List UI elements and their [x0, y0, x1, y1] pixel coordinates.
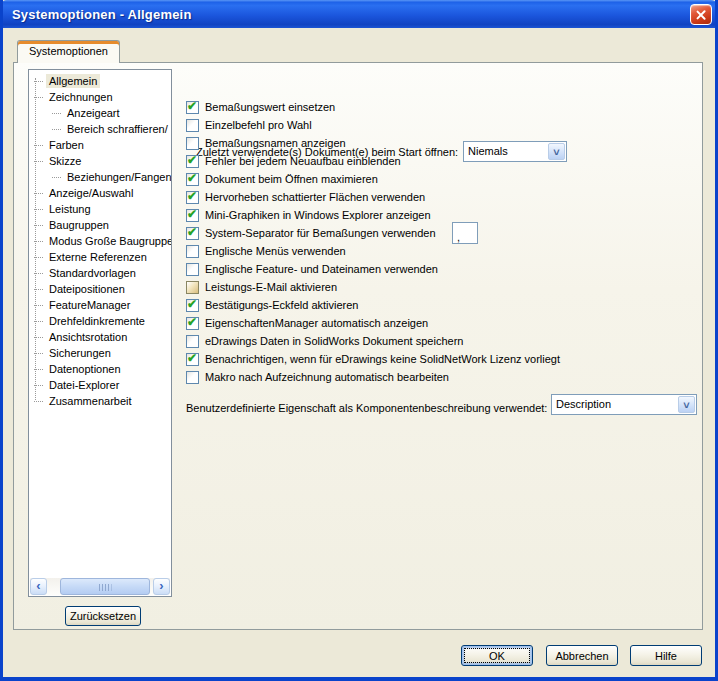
- tree-item[interactable]: Externe Referenzen: [32, 249, 170, 265]
- check-icon: ✔: [187, 171, 197, 185]
- checkbox-row[interactable]: ✔Dokument beim Öffnen maximieren: [186, 170, 560, 188]
- tree-item[interactable]: Sicherungen: [32, 345, 170, 361]
- tree-item[interactable]: Farben: [32, 137, 170, 153]
- checkbox-row[interactable]: ✔Bestätigungs-Eckfeld aktivieren: [186, 296, 560, 314]
- checkbox[interactable]: [186, 281, 199, 294]
- check-icon: ✔: [187, 297, 197, 311]
- checkbox[interactable]: ✔: [186, 299, 199, 312]
- tree-item[interactable]: Skizze: [32, 153, 170, 169]
- scroll-right-button[interactable]: ›: [153, 578, 170, 595]
- checkbox[interactable]: [186, 263, 199, 276]
- tree-item[interactable]: Drehfeldinkremente: [32, 313, 170, 329]
- tree-item-label: Anzeigeart: [64, 106, 123, 120]
- ok-button[interactable]: OK: [461, 645, 533, 666]
- checkbox[interactable]: ✔: [186, 155, 199, 168]
- checkbox[interactable]: ✔: [186, 101, 199, 114]
- check-icon: ✔: [187, 207, 197, 221]
- tree-item[interactable]: Zeichnungen: [32, 89, 170, 105]
- checkbox-row[interactable]: ✔System-Separator für Bemaßungen verwend…: [186, 224, 560, 242]
- scrollbar-track[interactable]: [47, 578, 153, 595]
- combo-drop-button[interactable]: ˅: [678, 396, 695, 413]
- tree-item-label: Modus Große Baugruppe: [46, 234, 172, 248]
- checkbox-label: Leistungs-E-Mail aktivieren: [205, 281, 337, 293]
- checkbox-label: Bestätigungs-Eckfeld aktivieren: [205, 299, 358, 311]
- checkbox-label: Benachrichtigen, wenn für eDrawings kein…: [205, 353, 560, 365]
- check-icon: ✔: [187, 315, 197, 329]
- tree-item[interactable]: Modus Große Baugruppe: [32, 233, 170, 249]
- checkbox-row[interactable]: ✔Fehler bei jedem Neuaufbau einblenden: [186, 152, 560, 170]
- tree-item[interactable]: Zusammenarbeit: [32, 393, 170, 409]
- title-bar[interactable]: Systemoptionen - Allgemein: [0, 0, 718, 28]
- tree-item[interactable]: Anzeigeart: [32, 105, 170, 121]
- tree-connector-icon: [34, 353, 43, 354]
- tree-item[interactable]: Leistung: [32, 201, 170, 217]
- checkbox-row[interactable]: Englische Feature- und Dateinamen verwen…: [186, 260, 560, 278]
- tree-item-label: Farben: [46, 138, 87, 152]
- check-icon: ✔: [187, 351, 197, 365]
- checkbox-row[interactable]: eDrawings Daten in SolidWorks Dokument s…: [186, 332, 560, 350]
- tree-item[interactable]: Datenoptionen: [32, 361, 170, 377]
- system-options-dialog: Systemoptionen - Allgemein Systemoptione…: [0, 0, 718, 681]
- checkbox[interactable]: [186, 371, 199, 384]
- close-icon: [696, 10, 706, 20]
- tree-connector-icon: [52, 177, 61, 178]
- checkbox[interactable]: [186, 119, 199, 132]
- checkbox-label: Bemaßungsnamen anzeigen: [205, 137, 346, 149]
- tree-item[interactable]: Allgemein: [32, 73, 170, 89]
- tree-item[interactable]: Beziehungen/Fangen: [32, 169, 170, 185]
- tree-connector-icon: [34, 225, 43, 226]
- tree-item[interactable]: FeatureManager: [32, 297, 170, 313]
- tree-item-label: Beziehungen/Fangen: [64, 170, 172, 184]
- checkbox[interactable]: ✔: [186, 209, 199, 222]
- checkbox-row[interactable]: Leistungs-E-Mail aktivieren: [186, 278, 560, 296]
- help-button[interactable]: Hilfe: [630, 645, 702, 666]
- tree-item-label: Skizze: [46, 154, 84, 168]
- check-icon: ✔: [187, 153, 197, 167]
- checkbox-row[interactable]: Makro nach Aufzeichnung automatisch bear…: [186, 368, 560, 386]
- tree-connector-icon: [34, 401, 43, 402]
- tree-item[interactable]: Baugruppen: [32, 217, 170, 233]
- checkbox-row[interactable]: ✔EigenschaftenManager automatisch anzeig…: [186, 314, 560, 332]
- checkbox-row[interactable]: Bemaßungsnamen anzeigen: [186, 134, 560, 152]
- tab-panel: AllgemeinZeichnungenAnzeigeartBereich sc…: [13, 62, 703, 630]
- tree-horizontal-scrollbar[interactable]: ‹ ›: [30, 578, 170, 595]
- tab-systemoptionen[interactable]: Systemoptionen: [17, 40, 120, 63]
- tree-connector-icon: [34, 321, 43, 322]
- tree-item-label: Baugruppen: [46, 218, 112, 232]
- checkbox[interactable]: [186, 245, 199, 258]
- checkbox[interactable]: [186, 137, 199, 150]
- checkbox[interactable]: ✔: [186, 227, 199, 240]
- tree-items: AllgemeinZeichnungenAnzeigeartBereich sc…: [32, 73, 170, 409]
- tree-item[interactable]: Dateipositionen: [32, 281, 170, 297]
- checkbox-label: System-Separator für Bemaßungen verwende…: [205, 227, 436, 239]
- checkbox-row[interactable]: Einzelbefehl pro Wahl: [186, 116, 560, 134]
- tree-item[interactable]: Ansichtsrotation: [32, 329, 170, 345]
- checkbox-label: EigenschaftenManager automatisch anzeige…: [205, 317, 428, 329]
- custom-property-combobox[interactable]: Description ˅: [551, 394, 697, 415]
- checkbox[interactable]: ✔: [186, 173, 199, 186]
- checkbox-row[interactable]: Englische Menüs verwenden: [186, 242, 560, 260]
- chevron-down-icon: ˅: [683, 399, 689, 411]
- tree-item[interactable]: Standardvorlagen: [32, 265, 170, 281]
- close-button[interactable]: [690, 4, 712, 25]
- checkbox-row[interactable]: ✔Mini-Graphiken in Windows Explorer anze…: [186, 206, 560, 224]
- tree-item-label: Standardvorlagen: [46, 266, 139, 280]
- separator-input[interactable]: ,: [452, 222, 478, 244]
- tree-item[interactable]: Anzeige/Auswahl: [32, 185, 170, 201]
- tree-item[interactable]: Datei-Explorer: [32, 377, 170, 393]
- checkbox[interactable]: ✔: [186, 191, 199, 204]
- cancel-button[interactable]: Abbrechen: [546, 645, 618, 666]
- checkbox-label: Dokument beim Öffnen maximieren: [205, 173, 378, 185]
- reset-button[interactable]: Zurücksetzen: [65, 606, 141, 626]
- checkbox-row[interactable]: ✔Hervorheben schattierter Flächen verwen…: [186, 188, 560, 206]
- checkbox[interactable]: ✔: [186, 317, 199, 330]
- tree-connector-icon: [34, 305, 43, 306]
- scroll-left-button[interactable]: ‹: [30, 578, 47, 595]
- checkbox-row[interactable]: ✔Benachrichtigen, wenn für eDrawings kei…: [186, 350, 560, 368]
- tree-item[interactable]: Bereich schraffieren/: [32, 121, 170, 137]
- checkbox[interactable]: [186, 335, 199, 348]
- checkbox-row[interactable]: ✔Bemaßungswert einsetzen: [186, 98, 560, 116]
- checkbox[interactable]: ✔: [186, 353, 199, 366]
- checkbox-label: Bemaßungswert einsetzen: [205, 101, 335, 113]
- scrollbar-thumb[interactable]: [60, 578, 150, 595]
